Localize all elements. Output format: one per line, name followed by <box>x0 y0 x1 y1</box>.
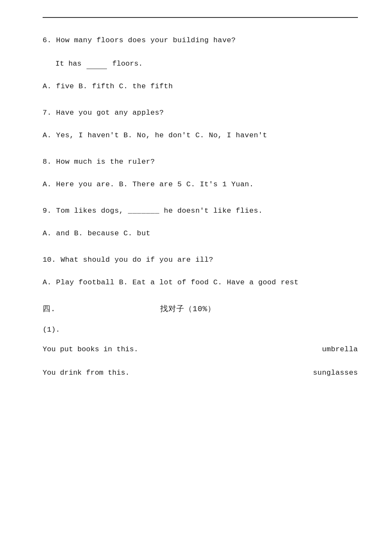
section-four-header: 四. 找对子（10%） <box>43 304 358 314</box>
matching-item-1: You put books in this. umbrella <box>43 344 358 355</box>
question-6: 6. How many floors does your building ha… <box>43 35 358 92</box>
q6-text: 6. How many floors does your building ha… <box>43 35 358 46</box>
q6-options: A. five B. fifth C. the fifth <box>43 81 358 92</box>
q7-options: A. Yes, I haven't B. No, he don't C. No,… <box>43 130 358 141</box>
q6-blank <box>86 58 107 69</box>
q6-answer: It has floors. <box>55 58 358 69</box>
question-10: 10. What should you do if you are ill? A… <box>43 254 358 288</box>
matching-item-2: You drink from this. sunglasses <box>43 367 358 379</box>
section-four: 四. 找对子（10%） (1). You put books in this. … <box>43 304 358 379</box>
q9-text: 9. Tom likes dogs, _______ he doesn't li… <box>43 205 358 217</box>
matching-left-1: You put books in this. <box>43 344 322 355</box>
q8-text: 8. How much is the ruler? <box>43 156 358 168</box>
q8-options: A. Here you are. B. There are 5 C. It's … <box>43 179 358 190</box>
section-four-spacer <box>61 305 155 313</box>
matching-left-2: You drink from this. <box>43 367 313 379</box>
matching-right-2: sunglasses <box>313 367 358 379</box>
q7-text: 7. Have you got any apples? <box>43 107 358 119</box>
page-container: 6. How many floors does your building ha… <box>0 0 392 555</box>
matching-right-1: umbrella <box>322 344 358 355</box>
q9-options: A. and B. because C. but <box>43 228 358 239</box>
subsection-label: (1). <box>43 326 358 334</box>
section-four-label: 四. <box>43 305 56 313</box>
top-divider <box>43 17 358 18</box>
q6-answer-text: It has floors. <box>55 60 143 68</box>
q10-options: A. Play football B. Eat a lot of food C.… <box>43 277 358 288</box>
question-9: 9. Tom likes dogs, _______ he doesn't li… <box>43 205 358 239</box>
question-8: 8. How much is the ruler? A. Here you ar… <box>43 156 358 190</box>
section-four-title: 找对子（10%） <box>160 305 216 313</box>
q10-text: 10. What should you do if you are ill? <box>43 254 358 266</box>
question-7: 7. Have you got any apples? A. Yes, I ha… <box>43 107 358 141</box>
